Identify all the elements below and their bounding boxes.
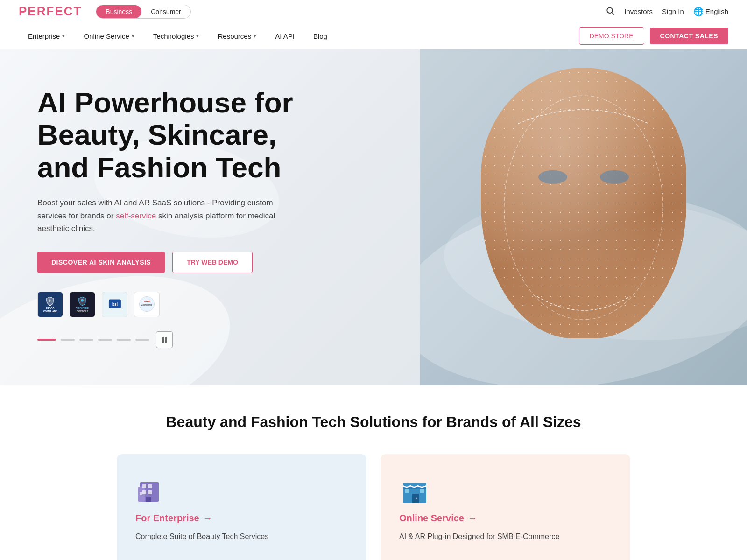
language-label: English [705,7,728,15]
chevron-down-icon: ▾ [132,33,134,39]
svg-rect-8 [162,337,164,343]
solutions-section: Beauty and Fashion Tech Solutions for Br… [0,385,747,560]
enterprise-icon [135,473,168,505]
language-selector[interactable]: 🌐 English [693,7,728,17]
nav-enterprise[interactable]: Enterprise ▾ [19,23,74,49]
nav-online-service[interactable]: Online Service ▾ [74,23,144,49]
discover-ai-button[interactable]: DISCOVER AI SKIN ANALYSIS [37,252,165,273]
verified-doctors-badge: VERIFIED DOCTORS [70,292,95,317]
online-service-desc: AI & AR Plug-in Designed for SMB E-Comme… [399,531,612,542]
online-service-card: Online Service → AI & AR Plug-in Designe… [381,454,630,560]
top-right-actions: Investors Sign In 🌐 English [606,6,728,17]
hero-section: AI Powerhouse for Beauty, Skincare, and … [0,49,747,385]
mode-toggle: Business Consumer [96,5,190,19]
chevron-down-icon: ▾ [62,33,65,39]
trust-badges: HIPAA COMPLIANT VERIFIED DOCTORS bsi ANA… [37,292,299,317]
enterprise-link[interactable]: For Enterprise → [135,513,348,524]
solutions-title: Beauty and Fashion Tech Solutions for Br… [19,413,728,431]
online-service-link[interactable]: Online Service → [399,513,612,524]
svg-point-0 [607,7,613,13]
svg-rect-18 [140,492,142,495]
nav-bar: Enterprise ▾ Online Service ▾ Technologi… [0,23,747,49]
nav-technologies[interactable]: Technologies ▾ [144,23,209,49]
enterprise-card: For Enterprise → Complete Suite of Beaut… [117,454,366,560]
svg-rect-16 [148,490,152,494]
top-bar: PERFECT Business Consumer Investors Sign… [0,0,747,23]
svg-rect-22 [412,494,419,503]
slider-dot-4[interactable] [98,339,112,341]
solution-cards: For Enterprise → Complete Suite of Beaut… [117,454,630,560]
svg-rect-14 [148,484,152,488]
slider-dot-5[interactable] [117,339,131,341]
nav-resources[interactable]: Resources ▾ [208,23,266,49]
contact-sales-button[interactable]: CONTACT SALES [650,28,728,44]
hipaa-badge: HIPAA COMPLIANT [37,292,63,317]
enterprise-desc: Complete Suite of Beauty Tech Services [135,531,348,542]
nav-left: Enterprise ▾ Online Service ▾ Technologi… [19,23,337,49]
svg-rect-24 [420,489,424,493]
consumer-toggle[interactable]: Consumer [141,5,190,18]
svg-text:bsi: bsi [112,302,117,307]
nav-cta-buttons: DEMO STORE CONTACT SALES [579,27,728,45]
pause-button[interactable] [156,331,173,348]
nav-ai-api[interactable]: AI API [266,23,304,49]
chevron-down-icon: ▾ [196,33,199,39]
svg-rect-15 [142,490,146,494]
svg-rect-23 [405,489,409,493]
hero-content: AI Powerhouse for Beauty, Skincare, and … [0,49,327,385]
hero-title: AI Powerhouse for Beauty, Skincare, and … [37,86,299,183]
svg-text:ANAB: ANAB [143,301,150,303]
svg-rect-17 [146,497,151,502]
chevron-down-icon: ▾ [254,33,256,39]
slider-dot-2[interactable] [61,339,75,341]
search-icon[interactable] [606,6,615,17]
hero-buttons: DISCOVER AI SKIN ANALYSIS TRY WEB DEMO [37,252,299,273]
svg-line-1 [612,13,614,14]
globe-icon: 🌐 [693,7,704,17]
hero-image [420,49,747,385]
svg-rect-13 [142,484,146,488]
hero-description: Boost your sales with AI and AR SaaS sol… [37,196,289,235]
self-service-link[interactable]: self-service [116,211,156,220]
svg-point-25 [416,497,417,499]
svg-rect-21 [403,483,426,486]
demo-store-button[interactable]: DEMO STORE [579,27,644,45]
try-web-demo-button[interactable]: TRY WEB DEMO [172,252,253,273]
svg-text:ACCREDITED: ACCREDITED [141,304,152,306]
nav-blog[interactable]: Blog [304,23,337,49]
svg-point-2 [81,299,84,302]
business-toggle[interactable]: Business [96,5,141,18]
online-service-icon [399,473,432,505]
svg-rect-9 [165,337,167,343]
slider-dot-6[interactable] [135,339,149,341]
slider-dot-1[interactable] [37,339,56,341]
slider-dot-3[interactable] [79,339,93,341]
bsi-badge: bsi [102,292,127,317]
signin-link[interactable]: Sign In [662,7,684,15]
anab-badge: ANABACCREDITED [134,292,160,317]
logo: PERFECT [19,4,82,19]
investors-link[interactable]: Investors [624,7,653,15]
